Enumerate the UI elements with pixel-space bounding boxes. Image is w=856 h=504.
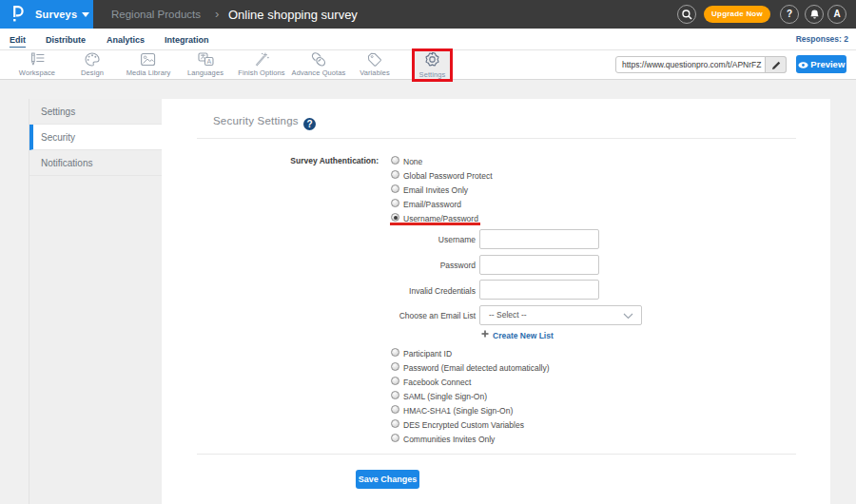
svg-text:A: A bbox=[206, 58, 211, 65]
